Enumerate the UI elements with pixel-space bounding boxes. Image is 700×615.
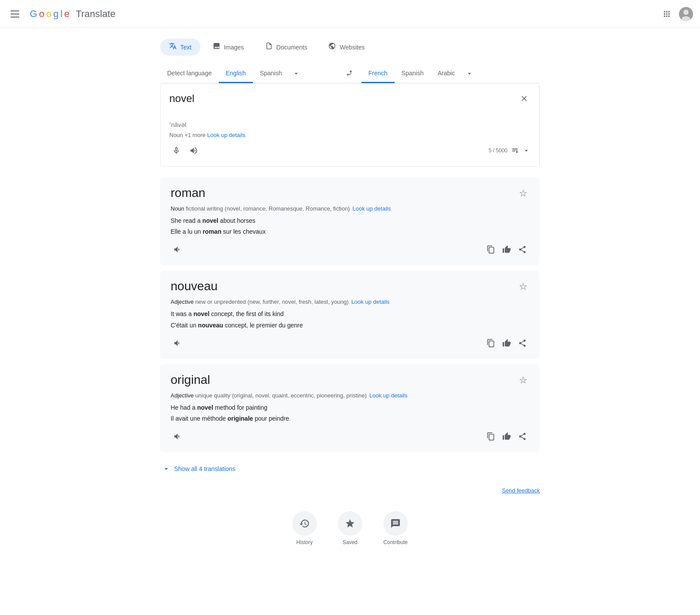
logo-l: l — [60, 8, 63, 20]
header-right — [658, 5, 693, 23]
send-feedback-button[interactable]: Send feedback — [502, 487, 540, 494]
input-actions: 5 / 5000 — [169, 144, 530, 158]
tab-websites[interactable]: Websites — [319, 39, 373, 56]
result-example-nouveau: It was a novel concept, the first of its… — [171, 309, 529, 330]
copy-nouveau-button[interactable] — [484, 336, 498, 350]
input-panel: novel ˈnāvəl Noun +1 more Look up detail… — [161, 84, 539, 166]
result-right-actions-nouveau — [484, 336, 529, 350]
lookup-roman-link[interactable]: Look up details — [353, 205, 391, 212]
french-target-button[interactable]: French — [361, 64, 395, 83]
result-word-roman: roman — [171, 186, 205, 200]
saved-label: Saved — [343, 539, 357, 545]
speaker-button[interactable] — [187, 144, 201, 158]
logo-o1: o — [39, 8, 44, 20]
tab-documents[interactable]: Documents — [256, 39, 316, 56]
speaker-nouveau-button[interactable] — [171, 336, 185, 350]
result-right-actions-original — [484, 429, 529, 443]
spanish-source-button[interactable]: Spanish — [253, 64, 289, 83]
feedback-row: Send feedback — [160, 487, 540, 494]
saved-icon-circle — [338, 511, 362, 536]
history-icon-circle — [292, 511, 317, 536]
share-original-button[interactable] — [515, 429, 529, 443]
arabic-target-button[interactable]: Arabic — [430, 64, 462, 83]
english-source-button[interactable]: English — [219, 64, 253, 83]
speaker-roman-button[interactable] — [171, 242, 185, 257]
thumbs-up-nouveau-button[interactable] — [500, 336, 514, 350]
example-fr-roman: Elle a lu un roman sur les chevaux — [171, 226, 529, 237]
star-nouveau-button[interactable]: ☆ — [517, 279, 529, 294]
contribute-label: Contribute — [383, 539, 407, 545]
noun-label: Noun +1 more Look up details — [169, 132, 245, 138]
example-fr-nouveau: C'était un nouveau concept, le premier d… — [171, 320, 529, 331]
microphone-button[interactable] — [169, 144, 183, 158]
star-original-button[interactable]: ☆ — [517, 373, 529, 388]
logo: Google Translate — [30, 8, 116, 20]
input-icons — [169, 144, 201, 158]
tab-bar: Text Images Documents Websites — [160, 39, 540, 56]
result-word-nouveau: nouveau — [171, 279, 217, 293]
spanish-target-button[interactable]: Spanish — [395, 64, 431, 83]
source-lang-dropdown[interactable] — [289, 66, 304, 81]
input-text[interactable]: novel — [169, 92, 245, 119]
result-example-original: He had a novel method for painting Il av… — [171, 402, 529, 424]
logo-o2: o — [46, 8, 51, 20]
char-count: 5 / 5000 — [489, 147, 530, 155]
history-button[interactable]: History — [292, 511, 317, 545]
tab-websites-label: Websites — [340, 44, 364, 51]
header-left: Google Translate — [7, 7, 116, 21]
thumbs-up-original-button[interactable] — [500, 429, 514, 443]
text-icon — [169, 42, 177, 52]
show-all-translations-button[interactable]: Show all 4 translations — [160, 459, 540, 478]
detect-language-button[interactable]: Detect language — [160, 64, 219, 83]
lookup-nouveau-link[interactable]: Look up details — [351, 299, 389, 305]
hamburger-menu[interactable] — [7, 7, 23, 21]
result-meta-roman: Noun fictional writing (novel, romance, … — [171, 205, 529, 212]
phonetic-text: ˈnāvəl — [169, 121, 245, 128]
result-example-roman: She read a novel about horses Elle a lu … — [171, 215, 529, 237]
pos-roman: Noun — [171, 205, 184, 212]
share-roman-button[interactable] — [515, 242, 529, 257]
target-lang-section: French Spanish Arabic — [361, 64, 540, 83]
user-avatar[interactable] — [679, 7, 693, 21]
language-bar: Detect language English Spanish French S… — [160, 64, 540, 83]
source-lang-section: Detect language English Spanish — [160, 64, 339, 83]
tab-documents-label: Documents — [276, 44, 308, 51]
show-all-container: Show all 4 translations — [160, 457, 540, 480]
speaker-original-button[interactable] — [171, 429, 185, 443]
example-fr-original: Il avait une méthode originale pour pein… — [171, 413, 529, 424]
result-meta-nouveau: Adjective new or unpredented (new, furth… — [171, 299, 529, 305]
thumbs-up-roman-button[interactable] — [500, 242, 514, 257]
lookup-original-link[interactable]: Look up details — [369, 392, 407, 399]
translation-container: novel ˈnāvəl Noun +1 more Look up detail… — [160, 83, 540, 167]
logo-g: G — [30, 8, 37, 20]
svg-point-1 — [683, 10, 689, 15]
bottom-actions: History Saved Contribute — [160, 511, 540, 559]
share-nouveau-button[interactable] — [515, 336, 529, 350]
clear-input-button[interactable] — [518, 92, 530, 107]
tab-images[interactable]: Images — [204, 39, 253, 56]
copy-original-button[interactable] — [484, 429, 498, 443]
header: Google Translate — [0, 0, 700, 28]
star-roman-button[interactable]: ☆ — [517, 186, 529, 201]
main-content: Text Images Documents Websites Detect la… — [153, 28, 547, 570]
tab-text-label: Text — [180, 44, 192, 51]
apps-grid-button[interactable] — [658, 5, 676, 23]
history-label: History — [296, 539, 312, 545]
websites-icon — [328, 42, 336, 52]
pos-nouveau: Adjective — [171, 299, 194, 305]
result-card-roman: roman ☆ Noun fictional writing (novel, r… — [160, 177, 540, 265]
swap-languages-button[interactable] — [339, 66, 361, 81]
tab-images-label: Images — [224, 44, 244, 51]
result-word-original: original — [171, 373, 210, 387]
result-actions-nouveau — [171, 336, 529, 350]
copy-roman-button[interactable] — [484, 242, 498, 257]
logo-g2: g — [53, 8, 59, 20]
contribute-button[interactable]: Contribute — [383, 511, 408, 545]
results-section: roman ☆ Noun fictional writing (novel, r… — [160, 177, 540, 494]
example-en-nouveau: It was a novel concept, the first of its… — [171, 309, 529, 320]
saved-button[interactable]: Saved — [338, 511, 362, 545]
target-lang-dropdown[interactable] — [462, 66, 477, 81]
lookup-details-link[interactable]: Look up details — [207, 132, 245, 138]
tab-text[interactable]: Text — [160, 39, 200, 56]
example-en-roman: She read a novel about horses — [171, 215, 529, 226]
